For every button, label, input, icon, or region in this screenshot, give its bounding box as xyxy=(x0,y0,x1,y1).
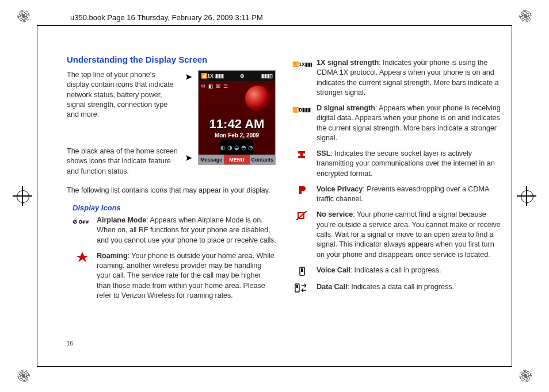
entry-text: Voice Call: Indicates a call in progress… xyxy=(317,266,502,275)
entry-text: Data Call: Indicates a data call in prog… xyxy=(317,282,502,292)
rule-top xyxy=(37,25,512,26)
phone-status-bar: 📶1X ▮▮▮ ⊕ ▮▮▮▯ xyxy=(199,71,275,81)
phone-feature-bar: ◐ ◑ ◒ ◓ ◔ xyxy=(220,140,253,155)
phone-notif-icons: ✉ ◧ ☒ ☰ xyxy=(201,83,228,89)
arrow-icon: ➤ xyxy=(185,153,192,163)
entry-ssl: SSL: Indicates the secure socket layer i… xyxy=(292,149,502,179)
voice-privacy-icon xyxy=(292,185,312,195)
ornament-tl xyxy=(17,10,30,22)
phone-time: 11:42 AM xyxy=(209,117,265,132)
book-header: u350.book Page 16 Thursday, February 26,… xyxy=(70,13,263,22)
entry-text: Voice Privacy: Prevents eavesdropping ov… xyxy=(317,185,502,205)
entry-voicecall: Voice Call: Indicates a call in progress… xyxy=(292,266,502,276)
softkey-right: Contacts xyxy=(250,155,275,164)
svg-text:📶1X▮▮▮: 📶1X▮▮▮ xyxy=(292,61,312,68)
rule-right xyxy=(512,25,512,367)
phone-softkeys: Message MENU Contacts xyxy=(199,155,275,164)
entry-d: 📶D▮▮▮ D signal strength: Appears when yo… xyxy=(292,103,502,143)
softkey-left: Message xyxy=(199,155,224,164)
entry-text: Roaming: Your phone is outside your home… xyxy=(97,251,276,301)
entry-text: Airplane Mode: Appears when Airplane Mod… xyxy=(97,216,276,245)
signal-1x-icon: 📶1X▮▮▮ xyxy=(292,59,312,69)
intro-1: The top line of your phone's display con… xyxy=(67,70,179,120)
svg-marker-1 xyxy=(76,252,89,262)
status-mid: ⊕ xyxy=(240,73,245,79)
signal-d-icon: 📶D▮▮▮ xyxy=(292,104,312,114)
ornament-br xyxy=(519,370,532,382)
roaming-icon xyxy=(73,252,92,262)
ornament-tr xyxy=(519,10,532,22)
ornament-bl xyxy=(17,370,30,382)
svg-rect-9 xyxy=(296,285,298,288)
arrow-icon: ➤ xyxy=(185,72,192,82)
page: u350.book Page 16 Thursday, February 26,… xyxy=(0,0,549,392)
section-title: Understanding the Display Screen xyxy=(67,55,276,64)
entry-noservice: No service: Your phone cannot find a sig… xyxy=(292,210,502,259)
phone-date: Mon Feb 2, 2009 xyxy=(215,132,259,139)
wallpaper-orb xyxy=(245,86,270,111)
no-service-icon xyxy=(292,210,312,221)
cross-right xyxy=(517,186,536,206)
phone-mock: 📶1X ▮▮▮ ⊕ ▮▮▮▯ ✉ ◧ ☒ ☰ 11:42 AM Mon Feb … xyxy=(198,70,276,165)
rule-left xyxy=(37,25,37,367)
status-right: ▮▮▮▯ xyxy=(261,73,273,79)
svg-text:📶D▮▮▮: 📶D▮▮▮ xyxy=(292,106,311,113)
voice-call-icon xyxy=(292,266,312,276)
column-left: Understanding the Display Screen The top… xyxy=(67,55,276,306)
entry-vp: Voice Privacy: Prevents eavesdropping ov… xyxy=(292,185,502,205)
entry-1x: 📶1X▮▮▮ 1X signal strength: Indicates you… xyxy=(292,58,502,98)
airplane-mode-icon: ⊘ oғғ xyxy=(73,216,92,226)
column-right: 📶1X▮▮▮ 1X signal strength: Indicates you… xyxy=(292,55,502,306)
ssl-icon xyxy=(292,149,312,160)
softkey-menu: MENU xyxy=(224,155,249,164)
intro-2: The black area of the home screen shows … xyxy=(67,147,179,176)
status-left: 📶1X ▮▮▮ xyxy=(201,73,224,79)
data-call-icon xyxy=(292,283,312,293)
entry-airplane: ⊘ oғғ Airplane Mode: Appears when Airpla… xyxy=(73,216,276,245)
page-number: 16 xyxy=(67,340,73,347)
cross-left xyxy=(13,186,32,206)
subheading: Display Icons xyxy=(73,203,276,212)
svg-rect-7 xyxy=(301,268,303,272)
phone-home: ✉ ◧ ☒ ☰ 11:42 AM Mon Feb 2, 2009 ◐ ◑ ◒ ◓… xyxy=(199,81,275,155)
svg-text:⊘ oғғ: ⊘ oғғ xyxy=(73,218,89,225)
entry-text: 1X signal strength: Indicates your phone… xyxy=(317,58,502,98)
rule-bottom xyxy=(37,366,512,367)
entry-text: No service: Your phone cannot find a sig… xyxy=(317,210,502,259)
entry-text: SSL: Indicates the secure socket layer i… xyxy=(317,149,502,179)
entry-text: D signal strength: Appears when your pho… xyxy=(317,103,502,143)
entry-datacall: Data Call: Indicates a data call in prog… xyxy=(292,282,502,293)
entry-roaming: Roaming: Your phone is outside your home… xyxy=(73,251,276,301)
content: Understanding the Display Screen The top… xyxy=(67,55,502,306)
intro-3: The following list contains icons that m… xyxy=(67,186,276,195)
